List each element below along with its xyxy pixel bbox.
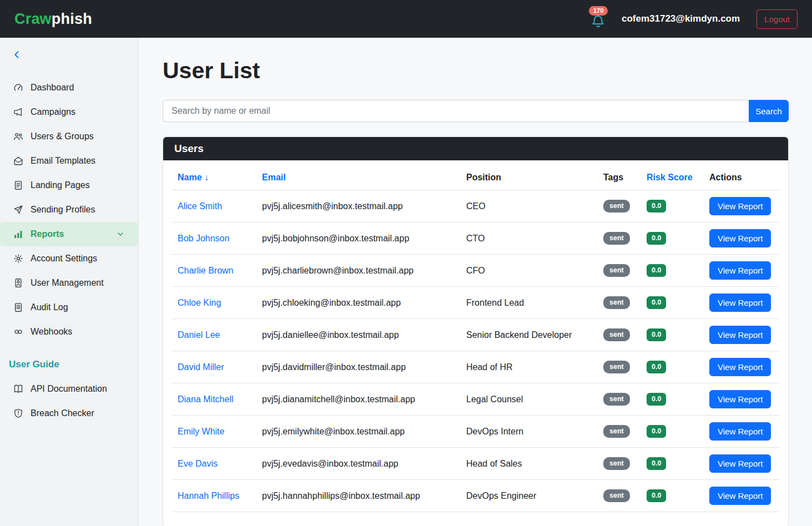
main-content: User List Search Users Name ↓ Email Posi… — [139, 38, 812, 526]
user-position-cell: CFO — [461, 255, 598, 287]
brand-suffix: phish — [52, 11, 92, 27]
tag-badge: sent — [603, 264, 630, 277]
sidebar-item-breach-checker[interactable]: Breach Checker — [0, 401, 138, 426]
user-email-cell: pvj5j.bobjohnson@inbox.testmail.app — [256, 222, 461, 255]
brand-prefix: Craw — [14, 11, 52, 27]
user-position-cell: DevOps Engineer — [461, 480, 598, 512]
user-name-link[interactable]: Bob Johnson — [178, 234, 229, 243]
view-report-button[interactable]: View Report — [709, 229, 771, 247]
user-position-cell: CEO — [461, 190, 598, 222]
sidebar-item-label: Reports — [31, 229, 64, 239]
sidebar-item-reports[interactable]: Reports — [0, 222, 138, 246]
sidebar-secondary-nav: API Documentation Breach Checker — [0, 377, 138, 426]
view-report-button[interactable]: View Report — [709, 326, 771, 344]
sidebar-item-dashboard[interactable]: Dashboard — [0, 75, 138, 100]
sidebar-item-user-management[interactable]: User Management — [0, 271, 138, 295]
shield-exclamation-icon — [13, 408, 23, 418]
user-name-link[interactable]: Hannah Phillips — [178, 491, 239, 500]
notification-count-badge: 170 — [589, 6, 608, 16]
notifications-button[interactable]: 170 — [591, 14, 605, 28]
table-row: Emily White pvj5j.emilywhite@inbox.testm… — [172, 416, 779, 448]
speedometer-icon — [13, 83, 23, 93]
column-header-risk-score[interactable]: Risk Score — [641, 165, 704, 190]
user-email-cell: pvj5j.evedavis@inbox.testmail.app — [256, 448, 461, 480]
risk-score-badge: 0.0 — [647, 457, 666, 470]
view-report-button[interactable]: View Report — [709, 454, 771, 473]
tag-badge: sent — [603, 328, 630, 341]
bar-chart-icon — [13, 229, 23, 239]
person-badge-icon — [13, 278, 23, 288]
risk-score-badge: 0.0 — [647, 296, 666, 309]
risk-score-badge: 0.0 — [647, 393, 666, 406]
user-name-link[interactable]: Charlie Brown — [178, 266, 233, 275]
sidebar-item-sending-profiles[interactable]: Sending Profiles — [0, 198, 138, 222]
user-name-link[interactable]: Eve Davis — [178, 459, 218, 468]
chevron-left-icon — [12, 53, 22, 61]
user-name-link[interactable]: Chloe King — [178, 298, 221, 307]
user-position-cell: Legal Counsel — [461, 383, 598, 416]
user-name-link[interactable]: Alice Smith — [178, 201, 222, 211]
sidebar-item-label: User Management — [31, 278, 104, 288]
view-report-button[interactable]: View Report — [709, 390, 771, 408]
user-email-cell: pvj5j.daniellee@inbox.testmail.app — [256, 319, 461, 351]
table-row: Hannah Phillips pvj5j.hannahphillips@inb… — [172, 480, 779, 512]
table-row: Daniel Lee pvj5j.daniellee@inbox.testmai… — [172, 319, 779, 351]
sidebar-item-account-settings[interactable]: Account Settings — [0, 246, 138, 271]
search-button[interactable]: Search — [749, 100, 789, 122]
user-position-cell: Head of Sales — [461, 448, 598, 480]
user-email-cell: pvj5j.dianamitchell@inbox.testmail.app — [256, 383, 461, 416]
user-name-link[interactable]: David Miller — [178, 362, 224, 372]
view-report-button[interactable]: View Report — [709, 261, 771, 280]
table-row: Alice Smith pvj5j.alicesmith@inbox.testm… — [172, 190, 779, 222]
user-email-cell: pvj5j.davidmiller@inbox.testmail.app — [256, 351, 461, 383]
chevron-down-icon — [116, 230, 125, 239]
view-report-button[interactable]: View Report — [709, 294, 771, 312]
table-row: Chloe King pvj5j.chloeking@inbox.testmai… — [172, 287, 779, 319]
search-input[interactable] — [163, 100, 749, 122]
tag-badge: sent — [603, 200, 630, 213]
user-position-cell: DevOps Intern — [461, 416, 598, 448]
column-header-actions: Actions — [704, 165, 779, 190]
table-row: Eve Davis pvj5j.evedavis@inbox.testmail.… — [172, 448, 779, 480]
risk-score-badge: 0.0 — [647, 200, 666, 213]
sidebar-collapse-button[interactable] — [12, 50, 22, 61]
column-header-email[interactable]: Email — [256, 165, 461, 190]
sidebar-item-landing-pages[interactable]: Landing Pages — [0, 173, 138, 198]
sidebar-item-email-templates[interactable]: Email Templates — [0, 149, 138, 173]
user-name-link[interactable]: Daniel Lee — [178, 330, 220, 340]
logout-button[interactable]: Logout — [756, 9, 798, 29]
brand-logo[interactable]: Crawphish — [14, 11, 92, 28]
sidebar: Dashboard Campaigns Users & Groups Email… — [0, 38, 139, 526]
view-report-button[interactable]: View Report — [709, 487, 771, 505]
user-email-cell: pvj5j.charliebrown@inbox.testmail.app — [256, 255, 461, 287]
tag-badge: sent — [603, 361, 630, 373]
gear-icon — [13, 254, 23, 264]
table-header-row: Name ↓ Email Position Tags Risk Score Ac… — [172, 165, 779, 190]
user-name-link[interactable]: Diana Mitchell — [178, 394, 233, 404]
sidebar-item-label: Account Settings — [31, 254, 97, 264]
view-report-button[interactable]: View Report — [709, 358, 771, 376]
column-header-tags: Tags — [598, 165, 641, 190]
sidebar-item-users-groups[interactable]: Users & Groups — [0, 124, 138, 149]
file-text-icon — [13, 180, 23, 190]
sidebar-item-label: Webhooks — [31, 327, 72, 337]
column-header-position: Position — [461, 165, 598, 190]
view-report-button[interactable]: View Report — [709, 422, 771, 441]
user-position-cell: Senior Backend Developer — [461, 319, 598, 351]
sidebar-item-audit-log[interactable]: Audit Log — [0, 295, 138, 320]
table-row: David Miller pvj5j.davidmiller@inbox.tes… — [172, 351, 779, 383]
sidebar-item-webhooks[interactable]: Webhooks — [0, 320, 138, 344]
book-icon — [13, 384, 23, 394]
user-email-cell: pvj5j.emilywhite@inbox.testmail.app — [256, 416, 461, 448]
column-header-name[interactable]: Name ↓ — [172, 165, 256, 190]
users-card: Users Name ↓ Email Position Tags Risk Sc… — [163, 136, 789, 526]
sidebar-item-campaigns[interactable]: Campaigns — [0, 100, 138, 124]
view-report-button[interactable]: View Report — [709, 197, 771, 215]
sidebar-item-label: Audit Log — [31, 302, 68, 312]
user-name-link[interactable]: Emily White — [178, 427, 224, 436]
tag-badge: sent — [603, 425, 630, 438]
sidebar-item-api-documentation[interactable]: API Documentation — [0, 377, 138, 401]
tag-badge: sent — [603, 489, 630, 502]
send-icon — [13, 205, 23, 215]
bell-icon — [591, 14, 605, 28]
